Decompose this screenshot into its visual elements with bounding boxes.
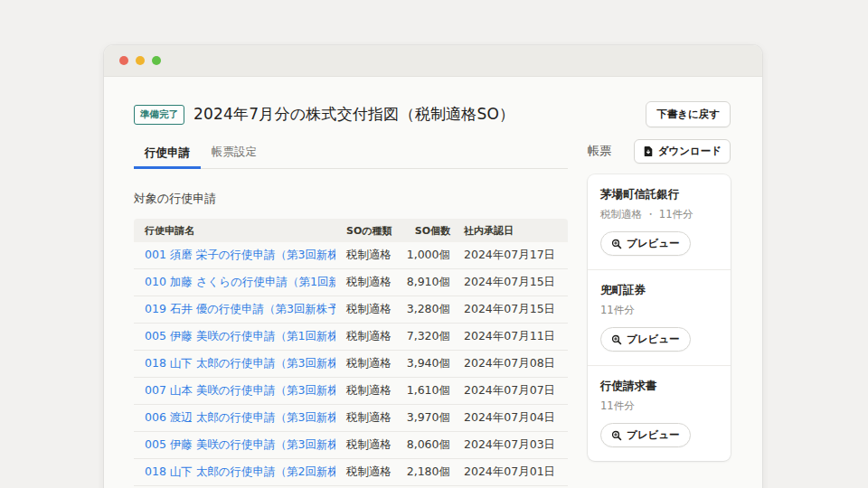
preview-label: プレビュー bbox=[627, 237, 680, 250]
table-row: 018 山下 太郎の行使申請（第2回新株予約権） 税制適格 2,180個 202… bbox=[134, 459, 568, 486]
back-to-draft-label: 下書きに戻す bbox=[656, 108, 720, 121]
report-card: 兜町証券 11件分 プレビュー bbox=[588, 270, 731, 366]
maximize-window-button[interactable] bbox=[152, 56, 161, 65]
so-type-cell: 税制適格 bbox=[335, 248, 392, 263]
approval-date-cell: 2024年07月04日 bbox=[450, 410, 568, 426]
page-content: 準備完了 2024年7月分の株式交付指図（税制適格SO） 下書きに戻す 行使申請… bbox=[104, 77, 762, 488]
file-download-icon bbox=[643, 145, 654, 157]
zoom-in-icon bbox=[611, 334, 622, 345]
so-count-cell: 3,970個 bbox=[392, 410, 450, 426]
report-meta: 11件分 bbox=[600, 304, 718, 317]
so-type-cell: 税制適格 bbox=[335, 356, 392, 371]
so-type-cell: 税制適格 bbox=[335, 410, 392, 426]
approval-date-cell: 2024年07月01日 bbox=[450, 465, 568, 480]
so-count-cell: 3,280個 bbox=[392, 302, 450, 317]
preview-button[interactable]: プレビュー bbox=[600, 231, 691, 256]
page-title: 2024年7月分の株式交付指図（税制適格SO） bbox=[193, 104, 514, 125]
application-link[interactable]: 006 渡辺 太郎の行使申請（第3回新株予約権） bbox=[145, 410, 335, 424]
so-count-cell: 3,940個 bbox=[392, 356, 450, 371]
approval-date-cell: 2024年07月03日 bbox=[450, 437, 568, 453]
so-type-cell: 税制適格 bbox=[335, 465, 392, 480]
tab-report-settings[interactable]: 帳票設定 bbox=[201, 137, 268, 168]
table-row: 007 山本 美咲の行使申請（第3回新株予約権） 税制適格 1,610個 202… bbox=[134, 378, 568, 405]
so-type-cell: 税制適格 bbox=[335, 383, 392, 399]
so-type-cell: 税制適格 bbox=[335, 302, 392, 317]
app-window: 準備完了 2024年7月分の株式交付指図（税制適格SO） 下書きに戻す 行使申請… bbox=[104, 45, 762, 488]
approval-date-cell: 2024年07月15日 bbox=[450, 275, 568, 290]
application-link[interactable]: 018 山下 太郎の行使申請（第3回新株予約権） bbox=[145, 356, 335, 370]
table-row: 005 伊藤 美咲の行使申請（第1回新株予約権） 税制適格 7,320個 202… bbox=[134, 324, 568, 351]
minimize-window-button[interactable] bbox=[136, 56, 145, 65]
approval-date-cell: 2024年07月17日 bbox=[450, 248, 568, 263]
report-name: 行使請求書 bbox=[600, 379, 718, 394]
status-badge: 準備完了 bbox=[134, 105, 184, 125]
column-header-application-name: 行使申請名 bbox=[134, 224, 335, 238]
application-link[interactable]: 005 伊藤 美咲の行使申請（第1回新株予約権） bbox=[145, 329, 335, 343]
zoom-in-icon bbox=[611, 430, 622, 441]
applications-table: 行使申請名 SOの種類 SO個数 社内承認日 001 須磨 栄子の行使申請（第3… bbox=[134, 219, 568, 488]
column-header-so-count: SO個数 bbox=[392, 224, 450, 238]
page-header: 準備完了 2024年7月分の株式交付指図（税制適格SO） 下書きに戻す bbox=[134, 101, 731, 127]
window-titlebar bbox=[104, 45, 762, 77]
so-count-cell: 2,180個 bbox=[392, 465, 450, 480]
close-window-button[interactable] bbox=[119, 56, 128, 65]
table-row: 006 渡辺 太郎の行使申請（第3回新株予約権） 税制適格 3,970個 202… bbox=[134, 405, 568, 432]
so-count-cell: 8,910個 bbox=[392, 275, 450, 290]
approval-date-cell: 2024年07月15日 bbox=[450, 302, 568, 317]
main-columns: 行使申請 帳票設定 対象の行使申請 行使申請名 SOの種類 SO個数 社内承認日… bbox=[134, 137, 731, 488]
preview-label: プレビュー bbox=[627, 333, 680, 346]
table-row: 010 加藤 さくらの行使申請（第1回新株予約権） 税制適格 8,910個 20… bbox=[134, 269, 568, 296]
column-header-so-type: SOの種類 bbox=[335, 224, 392, 238]
application-link[interactable]: 007 山本 美咲の行使申請（第3回新株予約権） bbox=[145, 383, 335, 397]
application-link[interactable]: 005 伊藤 美咲の行使申請（第3回新株予約権） bbox=[145, 437, 335, 451]
zoom-in-icon bbox=[611, 239, 622, 249]
preview-button[interactable]: プレビュー bbox=[600, 423, 691, 447]
sidebar-title: 帳票 bbox=[588, 143, 611, 159]
main-column: 行使申請 帳票設定 対象の行使申請 行使申請名 SOの種類 SO個数 社内承認日… bbox=[134, 137, 568, 488]
application-link[interactable]: 018 山下 太郎の行使申請（第2回新株予約権） bbox=[145, 465, 335, 478]
tab-exercise-applications[interactable]: 行使申請 bbox=[134, 137, 201, 169]
reports-sidebar: 帳票 ダウンロード 茅場町信託銀行 税制適格 ・ 11件分 bbox=[588, 137, 731, 488]
report-name: 兜町証券 bbox=[600, 283, 718, 298]
report-name: 茅場町信託銀行 bbox=[600, 187, 718, 202]
column-header-approval-date: 社内承認日 bbox=[450, 224, 568, 238]
so-count-cell: 1,610個 bbox=[392, 383, 450, 399]
so-count-cell: 1,000個 bbox=[392, 248, 450, 263]
report-card: 行使請求書 11件分 プレビュー bbox=[588, 366, 731, 461]
approval-date-cell: 2024年07月07日 bbox=[450, 383, 568, 399]
tab-bar: 行使申請 帳票設定 bbox=[134, 137, 568, 169]
report-card: 茅場町信託銀行 税制適格 ・ 11件分 プレビュー bbox=[588, 174, 731, 270]
reports-panel: 茅場町信託銀行 税制適格 ・ 11件分 プレビュー 兜町証券 11件分 bbox=[588, 174, 731, 461]
so-type-cell: 税制適格 bbox=[335, 437, 392, 453]
table-row: 001 須磨 栄子の行使申請（第3回新株予約権） 税制適格 1,000個 202… bbox=[134, 242, 568, 269]
preview-button[interactable]: プレビュー bbox=[600, 327, 691, 352]
preview-label: プレビュー bbox=[627, 428, 680, 442]
table-row: 019 石井 優の行使申請（第3回新株予約権） 税制適格 3,280個 2024… bbox=[134, 296, 568, 324]
report-meta: 税制適格 ・ 11件分 bbox=[600, 208, 718, 221]
application-link[interactable]: 001 須磨 栄子の行使申請（第3回新株予約権） bbox=[145, 248, 335, 261]
so-type-cell: 税制適格 bbox=[335, 329, 392, 344]
table-body: 001 須磨 栄子の行使申請（第3回新株予約権） 税制適格 1,000個 202… bbox=[134, 242, 568, 488]
download-label: ダウンロード bbox=[658, 145, 722, 158]
so-count-cell: 8,060個 bbox=[392, 437, 450, 453]
so-count-cell: 7,320個 bbox=[392, 329, 450, 344]
approval-date-cell: 2024年07月08日 bbox=[450, 356, 568, 371]
download-button[interactable]: ダウンロード bbox=[634, 139, 731, 164]
back-to-draft-button[interactable]: 下書きに戻す bbox=[646, 101, 731, 127]
application-link[interactable]: 010 加藤 さくらの行使申請（第1回新株予約権） bbox=[145, 275, 335, 288]
sidebar-header: 帳票 ダウンロード bbox=[588, 136, 731, 166]
report-meta: 11件分 bbox=[600, 399, 718, 413]
approval-date-cell: 2024年07月11日 bbox=[450, 329, 568, 344]
so-type-cell: 税制適格 bbox=[335, 275, 392, 290]
application-link[interactable]: 019 石井 優の行使申請（第3回新株予約権） bbox=[145, 302, 335, 315]
table-row: 005 伊藤 美咲の行使申請（第3回新株予約権） 税制適格 8,060個 202… bbox=[134, 432, 568, 459]
table-header: 行使申請名 SOの種類 SO個数 社内承認日 bbox=[134, 219, 568, 242]
section-title: 対象の行使申請 bbox=[134, 191, 568, 207]
table-row: 018 山下 太郎の行使申請（第3回新株予約権） 税制適格 3,940個 202… bbox=[134, 351, 568, 378]
